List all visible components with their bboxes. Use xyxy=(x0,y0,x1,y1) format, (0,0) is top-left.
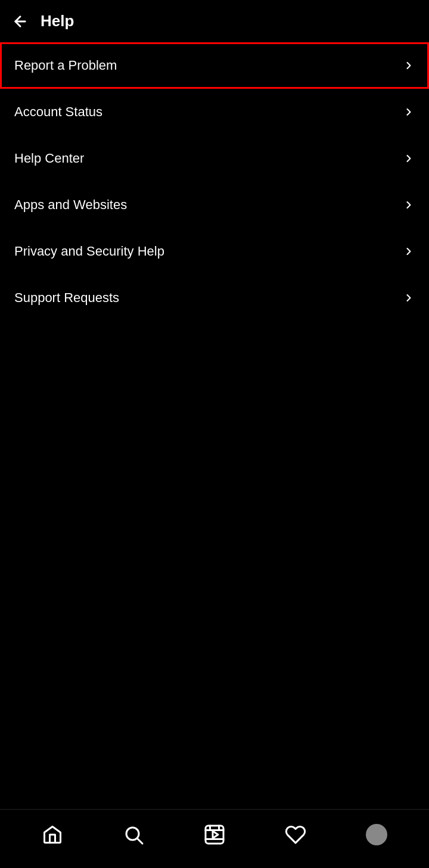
nav-search[interactable] xyxy=(118,819,149,850)
menu-item-apps-and-websites[interactable]: Apps and Websites xyxy=(0,182,429,228)
svg-rect-2 xyxy=(206,826,223,844)
menu-item-help-center[interactable]: Help Center xyxy=(0,135,429,182)
menu-item-label: Privacy and Security Help xyxy=(14,244,164,259)
reels-icon xyxy=(204,824,225,845)
profile-avatar xyxy=(366,824,387,845)
menu-list: Report a Problem Account Status Help Cen… xyxy=(0,42,429,809)
chevron-right-icon xyxy=(403,60,415,71)
menu-item-account-status[interactable]: Account Status xyxy=(0,89,429,135)
menu-item-label: Account Status xyxy=(14,104,102,120)
menu-item-label: Report a Problem xyxy=(14,58,117,73)
bottom-nav xyxy=(0,809,429,868)
header: Help xyxy=(0,0,429,42)
nav-home[interactable] xyxy=(37,819,68,850)
home-icon xyxy=(42,824,63,845)
svg-line-1 xyxy=(138,839,142,844)
back-icon xyxy=(12,13,29,30)
back-button[interactable] xyxy=(12,13,29,30)
chevron-right-icon xyxy=(403,292,415,304)
nav-profile[interactable] xyxy=(361,819,392,850)
menu-item-label: Help Center xyxy=(14,151,84,166)
menu-item-report-a-problem[interactable]: Report a Problem xyxy=(0,42,429,89)
chevron-right-icon xyxy=(403,245,415,257)
chevron-right-icon xyxy=(403,199,415,211)
search-icon xyxy=(123,824,144,845)
menu-item-support-requests[interactable]: Support Requests xyxy=(0,275,429,321)
menu-item-label: Apps and Websites xyxy=(14,197,127,213)
menu-item-label: Support Requests xyxy=(14,290,119,306)
chevron-right-icon xyxy=(403,153,415,164)
nav-reels[interactable] xyxy=(199,819,230,850)
page-title: Help xyxy=(41,12,74,30)
content-spacer xyxy=(0,321,429,809)
svg-marker-3 xyxy=(213,831,218,838)
nav-activity[interactable] xyxy=(280,819,311,850)
menu-item-privacy-and-security-help[interactable]: Privacy and Security Help xyxy=(0,228,429,275)
heart-icon xyxy=(285,824,306,845)
chevron-right-icon xyxy=(403,106,415,118)
